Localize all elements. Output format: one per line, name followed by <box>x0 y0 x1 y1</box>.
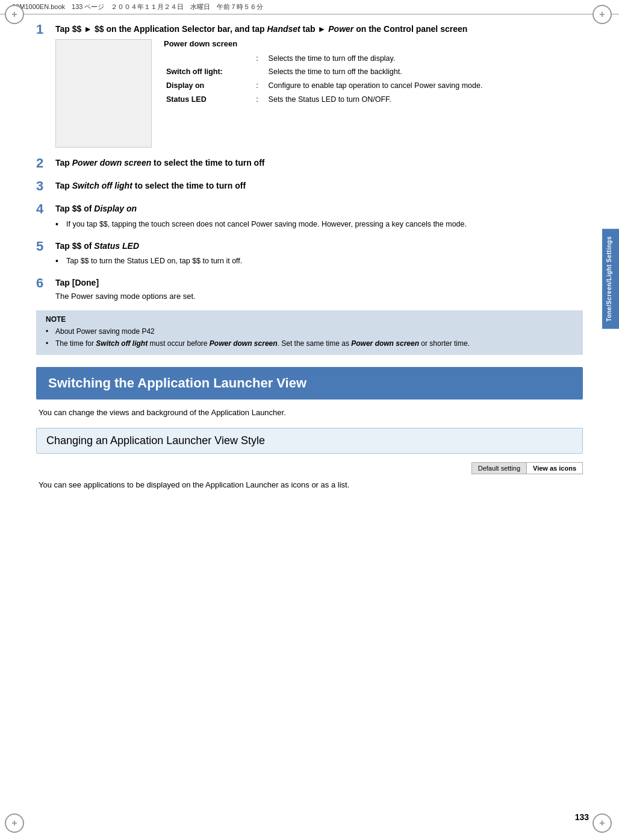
step-5-content: Tap $$ of Status LED • Tap $$ to turn th… <box>55 240 583 268</box>
desc-colon-2: : <box>252 79 266 93</box>
desc-row-2: Display on : Configure to enable tap ope… <box>164 79 583 93</box>
desc-colon-0: : <box>252 52 266 66</box>
step-5-bullet: • Tap $$ to turn the Status LED on, tap … <box>55 255 583 268</box>
step-1-content: Tap $$ ► $$ on the Application Selector … <box>55 24 583 148</box>
step-5: 5 Tap $$ of Status LED • Tap $$ to turn … <box>36 240 583 268</box>
step-4-bullet: • If you tap $$, tapping the touch scree… <box>55 219 583 231</box>
step-6-body: The Power saving mode options are set. <box>55 292 583 301</box>
note-text-1: The time for Switch off light must occur… <box>55 338 470 349</box>
step-1-number: 1 <box>36 22 55 37</box>
main-content: 1 Tap $$ ► $$ on the Application Selecto… <box>0 17 619 513</box>
page: 00M1000EN.book 133 ページ ２００４年１１月２４日 水曜日 午… <box>0 0 619 840</box>
view-as-icons-button[interactable]: View as icons <box>526 462 583 474</box>
step-6-content: Tap [Done] The Power saving mode options… <box>55 277 583 301</box>
bullet-dot-5: • <box>55 255 66 268</box>
step-4-bullet-text: If you tap $$, tapping the touch screen … <box>66 219 467 231</box>
step-3-title: Tap Switch off light to select the time … <box>55 180 583 192</box>
desc-text-0: Selects the time to turn off the display… <box>266 52 583 66</box>
step-4-title: Tap $$ of Display on <box>55 203 583 215</box>
corner-circle-tl <box>5 5 24 24</box>
corner-bl <box>5 813 26 835</box>
note-bullet-0: • <box>46 326 55 337</box>
corner-circle-br <box>593 813 612 833</box>
desc-row-1: Switch off light: Selects the time to tu… <box>164 65 583 79</box>
step-5-title: Tap $$ of Status LED <box>55 240 583 252</box>
step-4: 4 Tap $$ of Display on • If you tap $$, … <box>36 203 583 231</box>
desc-label-2: Display on <box>164 79 252 93</box>
step-1-desc: Power down screen : Selects the time to … <box>164 39 583 148</box>
section-main-intro: You can change the views and background … <box>36 408 583 417</box>
step-3: 3 Tap Switch off light to select the tim… <box>36 180 583 193</box>
desc-label-3: Status LED <box>164 93 252 107</box>
desc-label-0 <box>164 52 252 66</box>
step-2-title: Tap Power down screen to select the time… <box>55 157 583 169</box>
step-1-image <box>55 39 152 148</box>
desc-colon-3: : <box>252 93 266 107</box>
corner-circle-bl <box>5 813 24 833</box>
step-3-content: Tap Switch off light to select the time … <box>55 180 583 192</box>
corner-tl <box>5 5 26 27</box>
desc-row-0: : Selects the time to turn off the displ… <box>164 52 583 66</box>
step-2-number: 2 <box>36 156 55 171</box>
desc-text-3: Sets the Status LED to turn ON/OFF. <box>266 93 583 107</box>
sidebar-tab: Tone/Screen/Light Settings <box>602 229 619 329</box>
step-1: 1 Tap $$ ► $$ on the Application Selecto… <box>36 24 583 148</box>
note-item-1: • The time for Switch off light must occ… <box>46 338 573 349</box>
corner-tr <box>593 5 614 27</box>
step-4-content: Tap $$ of Display on • If you tap $$, ta… <box>55 203 583 231</box>
step-6: 6 Tap [Done] The Power saving mode optio… <box>36 277 583 301</box>
header-text: 00M1000EN.book 133 ページ ２００４年１１月２４日 水曜日 午… <box>12 2 263 11</box>
top-header: 00M1000EN.book 133 ページ ２００４年１１月２４日 水曜日 午… <box>0 0 619 14</box>
step-5-bullet-text: Tap $$ to turn the Status LED on, tap $$… <box>66 255 242 268</box>
corner-br <box>593 813 614 835</box>
section-sub-title: Changing an Application Launcher View St… <box>46 434 265 447</box>
step-3-number: 3 <box>36 179 55 193</box>
desc-table: : Selects the time to turn off the displ… <box>164 52 583 107</box>
section-banner-sub: Changing an Application Launcher View St… <box>36 428 583 454</box>
note-item-0: • About Power saving mode P42 <box>46 326 573 337</box>
desc-text-1: Selects the time to turn off the backlig… <box>266 65 583 79</box>
desc-colon-1 <box>252 65 266 79</box>
step-2-content: Tap Power down screen to select the time… <box>55 157 583 169</box>
step-1-title: Tap $$ ► $$ on the Application Selector … <box>55 24 583 36</box>
desc-title: Power down screen <box>164 39 583 48</box>
note-text-0: About Power saving mode P42 <box>55 326 155 337</box>
sidebar-label: Tone/Screen/Light Settings <box>606 236 612 322</box>
step-6-number: 6 <box>36 276 55 290</box>
section-main-title: Switching the Application Launcher View <box>48 375 306 390</box>
note-bullet-1: • <box>46 338 55 349</box>
step-4-number: 4 <box>36 202 55 216</box>
desc-row-3: Status LED : Sets the Status LED to turn… <box>164 93 583 107</box>
note-label: NOTE <box>46 315 573 324</box>
step-6-title: Tap [Done] <box>55 277 583 289</box>
note-box: NOTE • About Power saving mode P42 • The… <box>36 310 583 355</box>
step-1-layout: Power down screen : Selects the time to … <box>55 39 583 148</box>
section-sub-intro: You can see applications to be displayed… <box>36 480 583 489</box>
desc-label-1: Switch off light: <box>164 65 252 79</box>
bullet-dot-4: • <box>55 218 66 231</box>
step-2: 2 Tap Power down screen to select the ti… <box>36 157 583 171</box>
corner-circle-tr <box>593 5 612 24</box>
desc-text-2: Configure to enable tap operation to can… <box>266 79 583 93</box>
page-number: 133 <box>575 812 589 822</box>
default-setting-button[interactable]: Default setting <box>471 462 526 474</box>
view-buttons-row: Default setting View as icons <box>36 462 583 474</box>
section-banner-main: Switching the Application Launcher View <box>36 367 583 400</box>
step-5-number: 5 <box>36 239 55 254</box>
